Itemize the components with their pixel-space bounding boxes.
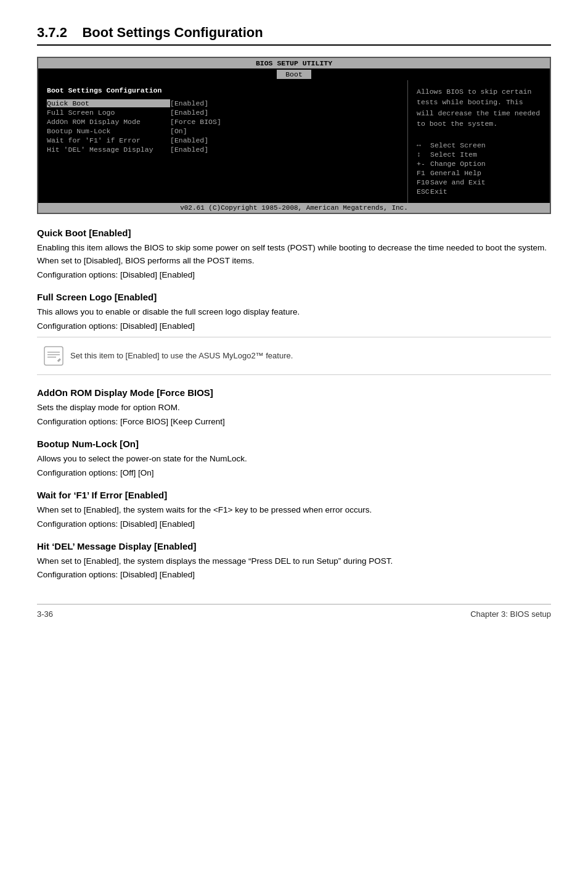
bios-key-icon-4: F10 — [417, 178, 430, 186]
footer-left: 3-36 — [37, 609, 53, 619]
subsection-body-wait-f1: When set to [Enabled], the system waits … — [37, 504, 551, 517]
bios-help-text: Allows BIOS to skip certain tests while … — [417, 86, 541, 129]
bios-value-0: [Enabled] — [170, 99, 208, 107]
subsection-title-wait-f1: Wait for ‘F1’ If Error [Enabled] — [37, 490, 551, 500]
section-number: 3.7.2 — [37, 25, 67, 40]
bios-section-title: Boot Settings Configuration — [47, 86, 399, 94]
bios-key-desc-3: General Help — [430, 169, 481, 177]
bios-row-1: Full Screen Logo [Enabled] — [47, 109, 399, 117]
note-text-full-screen-logo: Set this item to [Enabled] to use the AS… — [70, 351, 293, 360]
subsection-body-hit-del: When set to [Enabled], the system displa… — [37, 555, 551, 568]
bios-key-row-4: F10 Save and Exit — [417, 178, 541, 186]
subsection-wait-f1: Wait for ‘F1’ If Error [Enabled] When se… — [37, 490, 551, 529]
bios-key-row-0: ↔ Select Screen — [417, 141, 541, 149]
bios-footer: v02.61 (C)Copyright 1985-2008, American … — [38, 203, 550, 213]
subsection-bootup-numlock: Bootup Num-Lock [On] Allows you to selec… — [37, 439, 551, 477]
subsection-title-bootup-numlock: Bootup Num-Lock [On] — [37, 439, 551, 449]
bios-key-row-3: F1 General Help — [417, 169, 541, 177]
bios-key-icon-0: ↔ — [417, 141, 430, 149]
bios-tab-row: Boot — [38, 68, 550, 80]
bios-value-3: [On] — [170, 127, 187, 135]
subsection-title-hit-del: Hit ‘DEL’ Message Display [Enabled] — [37, 541, 551, 551]
bios-label-3: Bootup Num-Lock — [47, 127, 170, 135]
bios-key-row-5: ESC Exit — [417, 188, 541, 196]
config-options-bootup-numlock: Configuration options: [Off] [On] — [37, 468, 551, 477]
bios-key-desc-1: Select Item — [430, 151, 477, 159]
bios-label-2: AddOn ROM Display Mode — [47, 118, 170, 126]
bios-key-row-2: +- Change Option — [417, 160, 541, 168]
bios-value-1: [Enabled] — [170, 109, 208, 117]
bios-row-2: AddOn ROM Display Mode [Force BIOS] — [47, 118, 399, 126]
bios-screenshot: BIOS SETUP UTILITY Boot Boot Settings Co… — [37, 57, 551, 214]
section-heading: Boot Settings Configuration — [82, 25, 263, 40]
note-icon — [37, 344, 70, 368]
subsection-addon-rom: AddOn ROM Display Mode [Force BIOS] Sets… — [37, 387, 551, 426]
bios-key-desc-2: Change Option — [430, 160, 486, 168]
subsection-body-bootup-numlock: Allows you to select the power-on state … — [37, 453, 551, 466]
bios-key-desc-0: Select Screen — [430, 141, 486, 149]
bios-value-2: [Force BIOS] — [170, 118, 221, 126]
config-options-addon-rom: Configuration options: [Force BIOS] [Kee… — [37, 417, 551, 426]
bios-key-icon-1: ↕ — [417, 151, 430, 159]
bios-tab-boot: Boot — [277, 70, 311, 79]
config-options-quick-boot: Configuration options: [Disabled] [Enabl… — [37, 270, 551, 279]
bios-value-4: [Enabled] — [170, 136, 208, 144]
bios-row-5: Hit 'DEL' Message Display [Enabled] — [47, 146, 399, 154]
bios-label-0: Quick Boot — [47, 99, 170, 107]
section-title: 3.7.2 Boot Settings Configuration — [37, 25, 551, 46]
subsections-container: Quick Boot [Enabled] Enabling this item … — [37, 228, 551, 579]
svg-rect-0 — [44, 347, 63, 365]
bios-key-icon-3: F1 — [417, 169, 430, 177]
subsection-body-full-screen-logo: This allows you to enable or disable the… — [37, 306, 551, 319]
config-options-hit-del: Configuration options: [Disabled] [Enabl… — [37, 570, 551, 579]
subsection-body-addon-rom: Sets the display mode for option ROM. — [37, 402, 551, 415]
subsection-hit-del: Hit ‘DEL’ Message Display [Enabled] When… — [37, 541, 551, 580]
bios-key-icon-5: ESC — [417, 188, 430, 196]
bios-label-5: Hit 'DEL' Message Display — [47, 146, 170, 154]
subsection-body-quick-boot: Enabling this item allows the BIOS to sk… — [37, 242, 551, 268]
bios-key-desc-5: Exit — [430, 188, 447, 196]
bios-key-guide: ↔ Select Screen ↕ Select Item +- Change … — [417, 141, 541, 196]
config-options-full-screen-logo: Configuration options: [Disabled] [Enabl… — [37, 321, 551, 331]
subsection-full-screen-logo: Full Screen Logo [Enabled] This allows y… — [37, 292, 551, 375]
page-footer: 3-36 Chapter 3: BIOS setup — [37, 604, 551, 619]
subsection-title-addon-rom: AddOn ROM Display Mode [Force BIOS] — [37, 387, 551, 398]
bios-value-5: [Enabled] — [170, 146, 208, 154]
pencil-note-icon — [41, 344, 66, 368]
bios-header: BIOS SETUP UTILITY — [38, 58, 550, 68]
bios-key-desc-4: Save and Exit — [430, 178, 486, 186]
subsection-title-quick-boot: Quick Boot [Enabled] — [37, 228, 551, 238]
subsection-title-full-screen-logo: Full Screen Logo [Enabled] — [37, 292, 551, 302]
footer-right: Chapter 3: BIOS setup — [470, 609, 551, 619]
bios-key-icon-2: +- — [417, 160, 430, 168]
bios-row-0: Quick Boot [Enabled] — [47, 99, 399, 107]
bios-content: Boot Settings Configuration Quick Boot [… — [38, 80, 550, 203]
bios-label-1: Full Screen Logo — [47, 109, 170, 117]
bios-left-pane: Boot Settings Configuration Quick Boot [… — [38, 80, 408, 203]
subsection-quick-boot: Quick Boot [Enabled] Enabling this item … — [37, 228, 551, 279]
bios-key-row-1: ↕ Select Item — [417, 151, 541, 159]
config-options-wait-f1: Configuration options: [Disabled] [Enabl… — [37, 519, 551, 529]
bios-row-3: Bootup Num-Lock [On] — [47, 127, 399, 135]
note-box-full-screen-logo: Set this item to [Enabled] to use the AS… — [37, 337, 551, 375]
bios-label-4: Wait for 'F1' if Error — [47, 136, 170, 144]
bios-right-pane: Allows BIOS to skip certain tests while … — [408, 80, 550, 203]
bios-row-4: Wait for 'F1' if Error [Enabled] — [47, 136, 399, 144]
